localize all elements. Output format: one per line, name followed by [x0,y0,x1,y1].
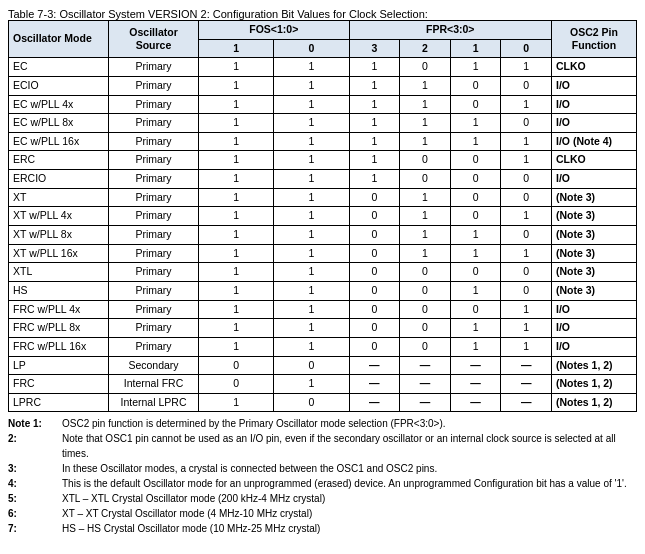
cell-fpr-3: 0 [501,281,552,300]
cell-fpr-2: — [450,356,501,375]
cell-osc2: I/O [552,300,637,319]
cell-fpr-3: — [501,356,552,375]
cell-mode: FRC w/PLL 4x [9,300,109,319]
table-row: HSPrimary110010(Note 3) [9,281,637,300]
cell-fos-0: 1 [199,263,274,282]
table-row: XTLPrimary110000(Note 3) [9,263,637,282]
cell-fpr-0: 0 [349,281,400,300]
cell-fos-0: 1 [199,132,274,151]
cell-source: Primary [109,95,199,114]
cell-fpr-0: 1 [349,132,400,151]
cell-mode: LP [9,356,109,375]
cell-fos-0: 1 [199,300,274,319]
cell-osc2: (Note 3) [552,244,637,263]
cell-fos-0: 1 [199,76,274,95]
cell-fpr-3: 1 [501,337,552,356]
cell-fpr-0: 0 [349,188,400,207]
cell-source: Primary [109,188,199,207]
cell-fpr-3: 0 [501,263,552,282]
cell-fpr-1: 0 [400,337,451,356]
cell-fpr-0: 1 [349,114,400,133]
cell-fpr-2: 0 [450,151,501,170]
fpr-bit2: 2 [400,39,451,58]
cell-fpr-3: 1 [501,58,552,77]
note-label: 4: [8,476,60,491]
col-header-fpr: FPR<3:0> [349,21,551,40]
cell-fos-1: 1 [274,263,349,282]
cell-fpr-0: 1 [349,58,400,77]
cell-mode: FRC [9,375,109,394]
cell-fpr-1: 1 [400,226,451,245]
cell-fos-0: 1 [199,244,274,263]
cell-fpr-0: 0 [349,226,400,245]
cell-osc2: CLKO [552,58,637,77]
cell-fpr-3: 0 [501,114,552,133]
cell-osc2: CLKO [552,151,637,170]
cell-fos-0: 1 [199,319,274,338]
table-row: FRC w/PLL 4xPrimary110001I/O [9,300,637,319]
note-text: OSC2 pin function is determined by the P… [62,416,446,431]
cell-osc2: (Note 3) [552,263,637,282]
cell-fpr-2: 0 [450,207,501,226]
note-line: 6:XT – XT Crystal Oscillator mode (4 MHz… [8,506,637,521]
cell-osc2: I/O (Note 4) [552,132,637,151]
cell-mode: FRC w/PLL 16x [9,337,109,356]
cell-fos-1: 1 [274,132,349,151]
cell-fpr-0: — [349,393,400,412]
cell-mode: XTL [9,263,109,282]
fos-bit0: 0 [274,39,349,58]
cell-fpr-3: 1 [501,151,552,170]
cell-fpr-0: 0 [349,263,400,282]
cell-fpr-3: 0 [501,170,552,189]
cell-fpr-0: 1 [349,76,400,95]
cell-fpr-3: — [501,393,552,412]
cell-fpr-2: 0 [450,263,501,282]
cell-fpr-3: 1 [501,300,552,319]
note-label: 2: [8,431,60,461]
cell-fpr-2: — [450,375,501,394]
cell-source: Primary [109,263,199,282]
cell-source: Primary [109,170,199,189]
cell-fpr-3: 0 [501,226,552,245]
cell-fpr-1: 0 [400,58,451,77]
cell-fpr-1: — [400,375,451,394]
cell-mode: FRC w/PLL 8x [9,319,109,338]
cell-fpr-2: 1 [450,281,501,300]
cell-source: Primary [109,151,199,170]
cell-osc2: (Notes 1, 2) [552,356,637,375]
cell-osc2: I/O [552,319,637,338]
cell-mode: ERC [9,151,109,170]
cell-mode: XT w/PLL 16x [9,244,109,263]
cell-fpr-3: 1 [501,95,552,114]
cell-fos-1: 1 [274,300,349,319]
cell-fpr-2: 1 [450,226,501,245]
cell-osc2: (Note 3) [552,281,637,300]
cell-mode: XT w/PLL 4x [9,207,109,226]
cell-mode: XT [9,188,109,207]
cell-fos-0: 1 [199,151,274,170]
cell-fos-1: 1 [274,188,349,207]
table-row: LPSecondary00————(Notes 1, 2) [9,356,637,375]
cell-fpr-1: 0 [400,263,451,282]
col-header-fos: FOS<1:0> [199,21,350,40]
cell-fos-1: 1 [274,151,349,170]
cell-fpr-1: 0 [400,281,451,300]
cell-fos-0: 1 [199,281,274,300]
table-row: ERCPrimary111001CLKO [9,151,637,170]
cell-source: Primary [109,58,199,77]
cell-fpr-0: 0 [349,207,400,226]
cell-osc2: (Notes 1, 2) [552,375,637,394]
cell-fpr-1: 0 [400,170,451,189]
cell-fpr-1: 1 [400,95,451,114]
note-text: This is the default Oscillator mode for … [62,476,627,491]
main-table: Oscillator Mode Oscillator Source FOS<1:… [8,20,637,412]
notes-section: Note 1:OSC2 pin function is determined b… [8,416,637,536]
cell-fos-1: 1 [274,337,349,356]
cell-fpr-1: 1 [400,132,451,151]
cell-fpr-3: — [501,375,552,394]
cell-fos-0: 1 [199,114,274,133]
note-label: Note 1: [8,416,60,431]
table-row: ECIOPrimary111100I/O [9,76,637,95]
col-header-osc2: OSC2 Pin Function [552,21,637,58]
col-header-source: Oscillator Source [109,21,199,58]
